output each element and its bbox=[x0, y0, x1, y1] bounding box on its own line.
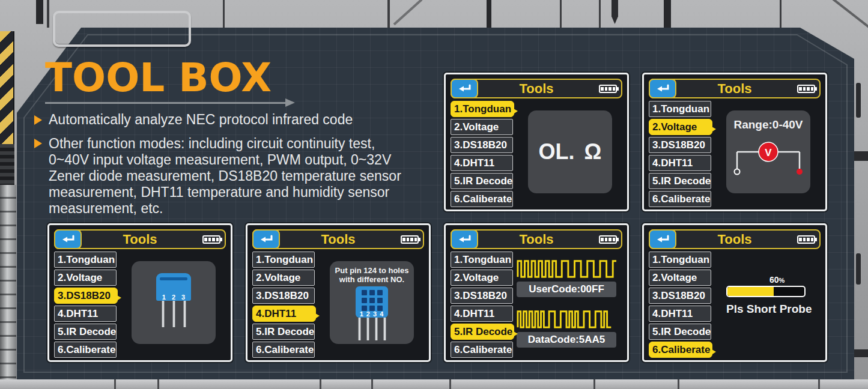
device-screen-calibrate: Tools 1.Tongduan2.Voltage3.DS18B204.DHT1… bbox=[642, 223, 827, 362]
menu-item-4[interactable]: 4.DHT11 bbox=[649, 155, 711, 171]
menu-item-6[interactable]: 6.Caliberate bbox=[649, 191, 711, 207]
menu-item-1[interactable]: 1.Tongduan bbox=[54, 252, 117, 268]
tools-menu: 1.Tongduan2.Voltage3.DS18B204.DHT115.IR … bbox=[54, 252, 118, 360]
return-arrow-icon bbox=[457, 235, 472, 244]
bullet-item: Automatically analyze NEC protocol infra… bbox=[34, 112, 449, 127]
tools-menu: 1.Tongduan2.Voltage3.DS18B204.DHT115.IR … bbox=[451, 252, 514, 360]
battery-icon bbox=[797, 235, 815, 244]
feature-bullets: Automatically analyze NEC protocol infra… bbox=[34, 112, 449, 217]
menu-item-4[interactable]: 4.DHT11 bbox=[451, 155, 513, 171]
metal-seam bbox=[47, 0, 49, 28]
bullet-line: Zener diode measurement, DS18B20 tempera… bbox=[49, 168, 401, 184]
metal-seam bbox=[678, 379, 679, 389]
vent-slot bbox=[856, 253, 861, 285]
bullet-line: 0~40V input voltage measurement, PWM out… bbox=[49, 152, 391, 167]
reading-box: Put pin 124 to holes with different NO. … bbox=[330, 261, 414, 344]
menu-item-6[interactable]: 6.Caliberate bbox=[252, 342, 315, 358]
ir-waveform-icon bbox=[517, 309, 616, 330]
battery-icon bbox=[797, 85, 815, 93]
sensor-pins bbox=[162, 301, 186, 327]
metal-seam bbox=[599, 0, 601, 28]
menu-item-5[interactable]: 5.IR Decode bbox=[649, 324, 711, 340]
menu-item-4[interactable]: 4.DHT11 bbox=[252, 306, 316, 322]
menu-item-3[interactable]: 3.DS18B20 bbox=[54, 288, 118, 304]
menu-item-6[interactable]: 6.Caliberate bbox=[54, 342, 117, 358]
menu-item-1[interactable]: 1.Tongduan bbox=[451, 252, 513, 268]
menu-item-2[interactable]: 2.Voltage bbox=[54, 270, 117, 286]
menu-item-4[interactable]: 4.DHT11 bbox=[54, 306, 117, 322]
back-button[interactable] bbox=[451, 79, 478, 98]
pin-numbers: 1 2 3 4 bbox=[356, 310, 388, 318]
menu-item-6[interactable]: 6.Caliberate bbox=[649, 342, 712, 358]
menu-item-2[interactable]: 2.Voltage bbox=[649, 270, 711, 286]
bullet-item: Other function modes: including circuit … bbox=[34, 136, 449, 217]
data-code-label: DataCode:5AA5 bbox=[517, 332, 616, 348]
menu-item-1[interactable]: 1.Tongduan bbox=[649, 101, 711, 117]
menu-item-2[interactable]: 2.Voltage bbox=[451, 119, 513, 135]
voltmeter-circuit-icon: V bbox=[732, 137, 804, 181]
menu-item-6[interactable]: 6.Caliberate bbox=[451, 191, 513, 207]
menu-item-3[interactable]: 3.DS18B20 bbox=[649, 137, 711, 153]
menu-item-6[interactable]: 6.Caliberate bbox=[451, 342, 513, 358]
menu-item-5[interactable]: 5.IR Decode bbox=[451, 173, 513, 189]
svg-text:V: V bbox=[765, 147, 772, 158]
battery-icon bbox=[202, 235, 220, 244]
battery-icon bbox=[599, 235, 617, 244]
metal-diagonal-seam bbox=[830, 0, 868, 39]
back-button[interactable] bbox=[649, 229, 676, 249]
voltage-range-label: Range:0-40V bbox=[733, 118, 803, 131]
metal-seam bbox=[487, 0, 491, 28]
menu-item-1[interactable]: 1.Tongduan bbox=[252, 252, 315, 268]
device-screen-voltage: Tools 1.Tongduan2.Voltage3.DS18B204.DHT1… bbox=[642, 73, 827, 211]
device-screen-dht11: Tools 1.Tongduan2.Voltage3.DS18B204.DHT1… bbox=[246, 223, 431, 362]
menu-item-1[interactable]: 1.Tongduan bbox=[451, 101, 514, 117]
menu-item-4[interactable]: 4.DHT11 bbox=[451, 306, 513, 322]
toolbox-banner: TOOL BOX Automatically analyze NEC proto… bbox=[0, 0, 868, 389]
bullet-line: measurement, etc. bbox=[49, 201, 163, 216]
progress-bar bbox=[726, 286, 806, 297]
metal-seam bbox=[36, 0, 43, 24]
back-button[interactable] bbox=[649, 79, 676, 98]
screen-header: Tools bbox=[451, 79, 622, 98]
menu-item-5[interactable]: 5.IR Decode bbox=[649, 173, 711, 189]
calibration-group: 60% Pls Short Probe bbox=[726, 276, 810, 316]
back-button[interactable] bbox=[54, 229, 82, 249]
menu-item-2[interactable]: 2.Voltage bbox=[649, 119, 712, 135]
screen-content: OL. Ω bbox=[517, 101, 624, 206]
battery-icon bbox=[401, 235, 419, 244]
dht11-vents bbox=[356, 286, 388, 311]
return-arrow-icon bbox=[457, 84, 472, 94]
device-screen-ds18b20: Tools 1.Tongduan2.Voltage3.DS18B204.DHT1… bbox=[47, 223, 232, 362]
reading-box: 1 2 3 bbox=[132, 261, 216, 344]
page-title: TOOL BOX bbox=[45, 58, 449, 98]
menu-item-3[interactable]: 3.DS18B20 bbox=[252, 288, 315, 304]
device-screen-ir-decode: Tools 1.Tongduan2.Voltage3.DS18B204.DHT1… bbox=[444, 223, 629, 362]
ds18b20-sensor-icon: 1 2 3 bbox=[156, 273, 191, 301]
metal-seam bbox=[320, 379, 321, 389]
title-underline bbox=[45, 102, 285, 104]
menu-item-5[interactable]: 5.IR Decode bbox=[451, 324, 514, 340]
menu-item-3[interactable]: 3.DS18B20 bbox=[649, 288, 711, 304]
metal-seam bbox=[593, 379, 595, 389]
menu-item-5[interactable]: 5.IR Decode bbox=[54, 324, 117, 340]
back-button[interactable] bbox=[252, 229, 280, 249]
tools-menu: 1.Tongduan2.Voltage3.DS18B204.DHT115.IR … bbox=[649, 252, 712, 360]
sensor-pins bbox=[358, 318, 386, 340]
screen-content: Put pin 124 to holes with different NO. … bbox=[318, 252, 425, 357]
ohm-symbol: Ω bbox=[584, 139, 602, 164]
reading-box: Range:0-40V V bbox=[726, 110, 810, 193]
return-arrow-icon bbox=[61, 235, 75, 244]
menu-item-3[interactable]: 3.DS18B20 bbox=[451, 288, 513, 304]
menu-item-1[interactable]: 1.Tongduan bbox=[649, 252, 711, 268]
screen-header: Tools bbox=[252, 229, 424, 249]
data-code-group: DataCode:5AA5 bbox=[517, 309, 616, 348]
menu-item-4[interactable]: 4.DHT11 bbox=[649, 306, 711, 322]
back-button[interactable] bbox=[451, 229, 478, 249]
intro-section: TOOL BOX Automatically analyze NEC proto… bbox=[34, 58, 449, 217]
dht11-hint: Put pin 124 to holes with different NO. bbox=[335, 266, 409, 284]
menu-item-5[interactable]: 5.IR Decode bbox=[252, 324, 315, 340]
metal-seam bbox=[371, 379, 373, 389]
menu-item-2[interactable]: 2.Voltage bbox=[451, 270, 513, 286]
menu-item-3[interactable]: 3.DS18B20 bbox=[451, 137, 513, 153]
menu-item-2[interactable]: 2.Voltage bbox=[252, 270, 315, 286]
